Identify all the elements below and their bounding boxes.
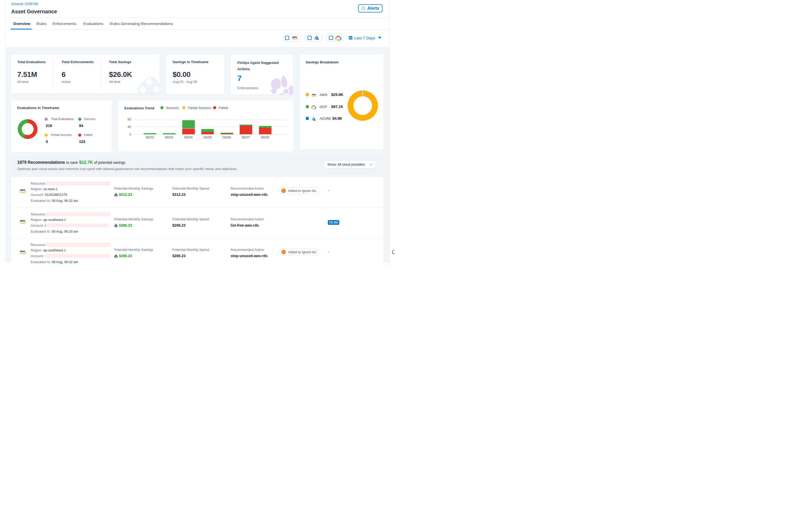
svg-text:aws: aws <box>20 219 25 222</box>
svg-text:aws: aws <box>312 93 316 96</box>
svg-text:$: $ <box>116 194 117 196</box>
svg-text:$: $ <box>116 225 117 227</box>
svg-text:$: $ <box>116 255 117 258</box>
svg-text:aws: aws <box>20 188 25 191</box>
svg-text:aws: aws <box>292 36 297 39</box>
svg-text:aws: aws <box>20 250 25 253</box>
